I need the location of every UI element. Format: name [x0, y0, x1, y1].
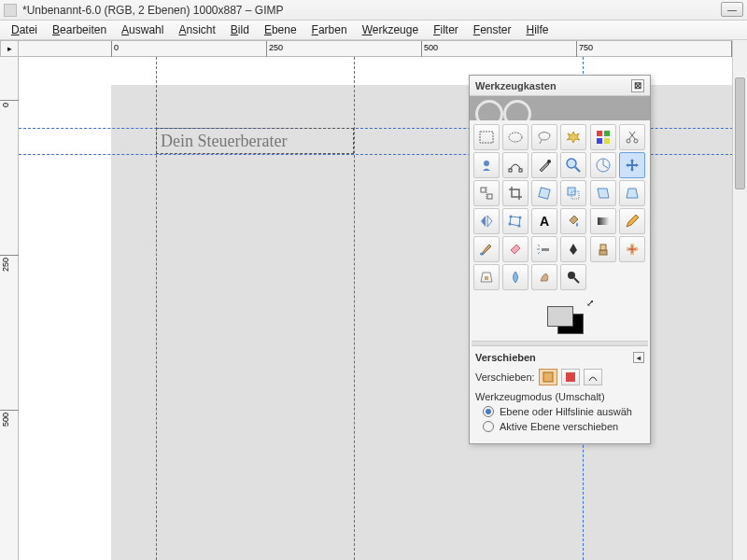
move-mode-layer[interactable]	[539, 369, 557, 385]
tool-move[interactable]	[619, 152, 645, 178]
tool-color-select[interactable]	[590, 124, 616, 150]
window-title: *Unbenannt-6.0 (RGB, 2 Ebenen) 1000x887 …	[22, 4, 284, 17]
ruler-vertical[interactable]: 0 250 500	[0, 57, 19, 560]
ruler-tick: 500	[424, 43, 438, 52]
radio-active-layer[interactable]: Aktive Ebene verschieben	[483, 421, 644, 432]
menu-bearbeiten[interactable]: Bearbeiten	[45, 21, 114, 38]
menu-bild[interactable]: Bild	[223, 21, 257, 38]
scrollbar-vertical[interactable]	[732, 40, 747, 560]
tool-blend[interactable]	[590, 208, 616, 234]
svg-point-11	[547, 160, 551, 163]
ruler-tick: 0	[1, 103, 10, 107]
tool-grid: A	[470, 120, 650, 294]
ruler-origin[interactable]: ▸	[0, 40, 19, 57]
menu-farben[interactable]: Farben	[304, 21, 355, 38]
tool-rotate[interactable]	[531, 180, 557, 206]
foreground-color[interactable]	[547, 306, 573, 327]
tool-bucket[interactable]	[560, 208, 586, 234]
panel-divider[interactable]	[472, 341, 648, 346]
color-wells: ⤢	[470, 294, 650, 339]
tool-dodge[interactable]	[560, 264, 586, 290]
tool-pencil[interactable]	[619, 208, 645, 234]
svg-rect-9	[509, 169, 512, 172]
ruler-tick: 250	[1, 258, 10, 272]
svg-rect-33	[566, 372, 575, 382]
ruler-horizontal[interactable]: 0 250 500 750 1000	[19, 40, 747, 57]
toolbox-title-text: Werkzeugkasten	[475, 80, 557, 91]
radio-icon	[483, 406, 494, 417]
minimize-button[interactable]: —	[721, 2, 743, 17]
menu-ebene[interactable]: Ebene	[257, 21, 304, 38]
menu-filter[interactable]: Filter	[426, 21, 466, 38]
tool-perspective[interactable]	[619, 180, 645, 206]
tool-flip[interactable]	[473, 208, 500, 234]
options-menu-icon[interactable]: ◂	[633, 352, 644, 363]
svg-rect-2	[597, 131, 602, 136]
tool-lasso[interactable]	[531, 124, 557, 150]
menu-fenster[interactable]: Fenster	[466, 21, 519, 38]
tool-clone[interactable]	[590, 236, 616, 262]
svg-text:A: A	[540, 214, 549, 229]
svg-point-21	[518, 225, 521, 228]
tool-measure[interactable]	[590, 152, 616, 178]
text-selection[interactable]: Dein Steuerberater	[156, 128, 354, 154]
svg-rect-27	[600, 245, 606, 250]
swap-colors-icon[interactable]: ⤢	[586, 298, 594, 308]
move-label: Verschieben:	[475, 371, 535, 383]
radio-pick-layer[interactable]: Ebene oder Hilfslinie auswäh	[483, 406, 644, 417]
menubar: Datei Bearbeiten Auswahl Ansicht Bild Eb…	[0, 21, 747, 40]
tool-heal[interactable]	[619, 236, 645, 262]
tool-perspective-clone[interactable]	[473, 264, 500, 290]
ruler-tick: 0	[114, 43, 119, 52]
radio-label: Ebene oder Hilfslinie auswäh	[500, 406, 632, 417]
ruler-tick: 500	[1, 413, 10, 427]
svg-rect-3	[604, 131, 610, 136]
app-icon	[4, 4, 17, 17]
svg-point-8	[484, 161, 489, 166]
tool-scissors[interactable]	[619, 124, 645, 150]
menu-ansicht[interactable]: Ansicht	[171, 21, 222, 38]
toolbox-panel[interactable]: Werkzeugkasten ⊠ A	[469, 75, 651, 444]
svg-rect-24	[598, 217, 609, 225]
svg-rect-14	[481, 188, 486, 192]
ruler-tick: 750	[579, 43, 593, 52]
tool-paths[interactable]	[502, 152, 529, 178]
menu-auswahl[interactable]: Auswahl	[114, 21, 171, 38]
tool-paintbrush[interactable]	[473, 236, 500, 262]
tool-blur[interactable]	[502, 264, 529, 290]
toolbox-close-button[interactable]: ⊠	[631, 79, 644, 92]
tool-scale[interactable]	[560, 180, 586, 206]
tool-fuzzy-select[interactable]	[560, 124, 586, 150]
svg-rect-10	[519, 169, 522, 172]
tool-color-picker[interactable]	[531, 152, 557, 178]
tool-crop[interactable]	[502, 180, 529, 206]
tool-text[interactable]: A	[531, 208, 557, 234]
tool-zoom[interactable]	[560, 152, 586, 178]
svg-rect-30	[485, 276, 488, 280]
svg-rect-15	[487, 194, 492, 199]
tool-ink[interactable]	[560, 236, 586, 262]
radio-label: Aktive Ebene verschieben	[500, 421, 618, 432]
menu-datei[interactable]: Datei	[4, 21, 45, 38]
tool-shear[interactable]	[590, 180, 616, 206]
tool-rect-select[interactable]	[473, 124, 500, 150]
tool-smudge[interactable]	[531, 264, 557, 290]
svg-rect-16	[539, 188, 550, 199]
tool-align[interactable]	[473, 180, 500, 206]
svg-point-6	[627, 139, 630, 143]
toolbox-titlebar[interactable]: Werkzeugkasten ⊠	[470, 76, 650, 96]
tool-eraser[interactable]	[502, 236, 529, 262]
scrollbar-thumb[interactable]	[735, 77, 745, 189]
menu-werkzeuge[interactable]: Werkzeuge	[355, 21, 426, 38]
tool-cage[interactable]	[502, 208, 529, 234]
svg-point-20	[519, 217, 522, 219]
canvas-text: Dein Steuerberater	[161, 132, 287, 151]
menu-hilfe[interactable]: Hilfe	[519, 21, 557, 38]
tool-foreground-select[interactable]	[473, 152, 500, 178]
tool-airbrush[interactable]	[531, 236, 557, 262]
guide-vertical[interactable]	[354, 57, 355, 560]
move-mode-selection[interactable]	[561, 369, 580, 385]
window-titlebar: *Unbenannt-6.0 (RGB, 2 Ebenen) 1000x887 …	[0, 0, 747, 21]
move-mode-path[interactable]	[584, 369, 602, 385]
tool-ellipse-select[interactable]	[502, 124, 529, 150]
